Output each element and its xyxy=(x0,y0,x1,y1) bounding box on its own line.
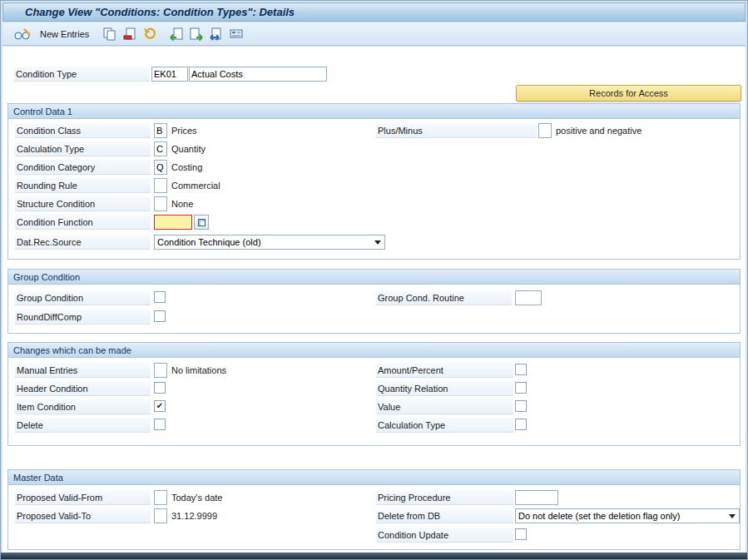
group-cond-routine-label: Group Cond. Routine xyxy=(376,290,512,305)
manual-entries-text: No limitations xyxy=(171,363,226,375)
page-title: Change View "Conditions: Condition Types… xyxy=(25,6,295,18)
content-area: Condition Type Records for Access Contro… xyxy=(2,47,746,553)
delete-entry-icon xyxy=(122,27,137,42)
condition-update-checkbox[interactable] xyxy=(515,528,527,540)
dat-rec-source-dropdown[interactable]: Condition Technique (old) xyxy=(154,235,385,250)
condition-update-label: Condition Update xyxy=(376,528,513,543)
group-condition-label: Group Condition xyxy=(15,290,151,305)
condition-function-label: Condition Function xyxy=(15,215,151,230)
group-condition-section-title: Group Condition xyxy=(8,270,740,285)
amount-percent-checkbox[interactable] xyxy=(515,364,527,375)
pricing-procedure-label: Pricing Procedure xyxy=(376,490,513,505)
section-control-data-1: Control Data 1 Condition Class Prices Pl… xyxy=(7,103,741,260)
copy-entry-icon xyxy=(102,27,117,42)
structure-condition-label: Structure Condition xyxy=(15,196,151,211)
header-condition-label: Header Condition xyxy=(15,381,151,396)
title-bar: Change View "Conditions: Condition Types… xyxy=(2,2,746,22)
undo-button[interactable] xyxy=(140,25,160,43)
sap-window: Change View "Conditions: Condition Types… xyxy=(0,0,748,560)
rounding-rule-field[interactable] xyxy=(154,178,167,193)
group-condition-checkbox[interactable] xyxy=(154,291,166,303)
records-for-access-button[interactable]: Records for Access xyxy=(516,85,741,102)
changes-calculation-type-checkbox[interactable] xyxy=(515,419,527,430)
delete-label: Delete xyxy=(15,418,151,433)
value-checkbox[interactable] xyxy=(515,400,527,412)
condition-class-field[interactable] xyxy=(154,123,167,138)
plus-minus-label: Plus/Minus xyxy=(376,123,537,138)
item-condition-label: Item Condition xyxy=(15,399,151,414)
calculation-type-label: Calculation Type xyxy=(15,141,151,156)
quantity-relation-label: Quantity Relation xyxy=(376,381,513,396)
other-entry-button[interactable] xyxy=(206,25,226,43)
changes-section-title: Changes which can be made xyxy=(8,343,740,358)
next-entry-button[interactable] xyxy=(186,25,206,43)
condition-category-text: Costing xyxy=(171,160,202,172)
display-change-button[interactable] xyxy=(11,25,34,43)
condition-type-key-field[interactable] xyxy=(151,67,188,82)
new-entries-button[interactable]: New Entries xyxy=(34,25,95,43)
dat-rec-source-label: Dat.Rec.Source xyxy=(15,235,151,250)
header-condition-checkbox[interactable] xyxy=(154,382,166,394)
condition-class-text: Prices xyxy=(171,123,197,136)
proposed-valid-to-field[interactable] xyxy=(154,508,167,523)
condition-category-field[interactable] xyxy=(154,160,167,175)
dropdown-arrow-icon xyxy=(371,240,384,245)
condition-category-label: Condition Category xyxy=(15,160,151,175)
round-diff-comp-checkbox[interactable] xyxy=(154,310,166,322)
condition-function-matchcode-button[interactable] xyxy=(194,215,209,230)
display-change-icon xyxy=(13,27,32,42)
previous-entry-icon xyxy=(169,27,184,42)
calculation-type-text: Quantity xyxy=(171,141,206,154)
structure-condition-field[interactable] xyxy=(154,196,167,211)
master-data-section-title: Master Data xyxy=(8,470,740,485)
undo-icon xyxy=(142,27,157,42)
application-toolbar: New Entries xyxy=(2,22,746,46)
control-data-section-title: Control Data 1 xyxy=(8,104,740,119)
quantity-relation-checkbox[interactable] xyxy=(515,382,527,394)
condition-function-field[interactable] xyxy=(154,215,192,230)
condition-class-label: Condition Class xyxy=(15,123,151,138)
other-entry-icon xyxy=(209,27,224,42)
pricing-procedure-field[interactable] xyxy=(515,490,558,505)
checkmark-icon: ✔ xyxy=(156,401,163,410)
dat-rec-source-value: Condition Technique (old) xyxy=(155,237,371,247)
section-group-condition: Group Condition Group Condition Group Co… xyxy=(7,269,741,334)
round-diff-comp-label: RoundDiffComp xyxy=(15,310,151,325)
plus-minus-text: positive and negative xyxy=(556,123,641,136)
manual-entries-field[interactable] xyxy=(154,363,167,378)
condition-type-label: Condition Type xyxy=(14,67,150,82)
proposed-valid-to-label: Proposed Valid-To xyxy=(15,508,151,523)
delete-checkbox[interactable] xyxy=(154,419,166,430)
section-master-data: Master Data Proposed Valid-From Today's … xyxy=(7,469,741,550)
rounding-rule-label: Rounding Rule xyxy=(15,178,151,193)
group-cond-routine-field[interactable] xyxy=(515,290,542,305)
proposed-valid-from-text: Today's date xyxy=(171,490,222,503)
rounding-rule-text: Commercial xyxy=(171,178,220,191)
section-changes: Changes which can be made Manual Entries… xyxy=(7,342,741,446)
delete-entry-button[interactable] xyxy=(120,25,140,43)
possible-entries-icon xyxy=(198,219,206,226)
previous-entry-button[interactable] xyxy=(166,25,186,43)
next-entry-icon xyxy=(189,27,204,42)
delete-from-db-dropdown[interactable]: Do not delete (set the deletion flag onl… xyxy=(515,508,740,523)
amount-percent-label: Amount/Percent xyxy=(376,363,513,378)
proposed-valid-from-label: Proposed Valid-From xyxy=(15,490,151,505)
calculation-type-field[interactable] xyxy=(154,141,167,156)
value-label: Value xyxy=(376,399,513,414)
manual-entries-label: Manual Entries xyxy=(15,363,151,378)
condition-type-name-field[interactable] xyxy=(189,67,327,82)
delete-from-db-label: Delete from DB xyxy=(376,508,513,523)
copy-entry-button[interactable] xyxy=(100,25,120,43)
structure-condition-text: None xyxy=(171,196,193,209)
proposed-valid-to-text: 31.12.9999 xyxy=(171,508,217,521)
proposed-valid-from-field[interactable] xyxy=(154,490,167,505)
bc-set-button[interactable] xyxy=(226,25,246,43)
window-bottom-edge xyxy=(1,553,748,559)
changes-calculation-type-label: Calculation Type xyxy=(376,418,513,433)
item-condition-checkbox[interactable]: ✔ xyxy=(154,400,166,412)
delete-from-db-value: Do not delete (set the deletion flag onl… xyxy=(516,511,726,521)
dropdown-arrow-icon xyxy=(726,514,739,518)
plus-minus-field[interactable] xyxy=(538,123,552,138)
bc-set-icon xyxy=(229,27,244,42)
